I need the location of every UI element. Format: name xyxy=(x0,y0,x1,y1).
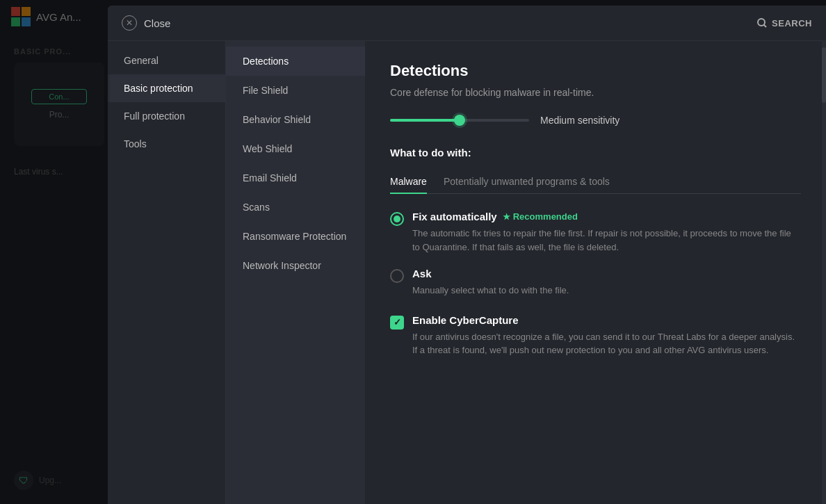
option-ask-title: Ask xyxy=(412,268,569,279)
sensitivity-label: Medium sensitivity xyxy=(540,115,620,126)
checkmark-icon: ✓ xyxy=(394,317,401,327)
option-ask: Ask Manually select what to do with the … xyxy=(390,268,801,298)
svg-line-5 xyxy=(764,25,767,28)
sidebar-item-basic-protection[interactable]: Basic protection xyxy=(108,74,225,102)
cybercapture-section: ✓ Enable CyberCapture If our antivirus d… xyxy=(390,314,801,357)
what-to-do-section: What to do with: xyxy=(390,147,801,158)
search-area[interactable]: SEARCH xyxy=(756,17,812,29)
scrollbar[interactable] xyxy=(822,41,826,504)
page-title: Detections xyxy=(390,62,801,80)
cybercapture-description: If our antivirus doesn't recognize a fil… xyxy=(412,330,801,357)
modal-header-left: ✕ Close xyxy=(122,15,170,31)
slider-thumb[interactable] xyxy=(454,115,465,126)
nav-middle-item-behavior-shield[interactable]: Behavior Shield xyxy=(226,105,365,134)
modal-header: ✕ Close SEARCH xyxy=(108,6,826,41)
tab-pup[interactable]: Potentially unwanted programs & tools xyxy=(444,170,610,194)
nav-middle-item-email-shield[interactable]: Email Shield xyxy=(226,163,365,193)
close-icon: ✕ xyxy=(126,18,133,28)
options-group: Fix automatically ★ Recommended The auto… xyxy=(390,211,801,298)
option-fix-description: The automatic fix tries to repair the fi… xyxy=(412,227,801,254)
option-fix-title: Fix automatically ★ Recommended xyxy=(412,211,801,222)
tabs-container: Malware Potentially unwanted programs & … xyxy=(390,170,801,194)
star-icon: ★ xyxy=(503,212,510,222)
sidebar-item-tools[interactable]: Tools xyxy=(108,130,225,158)
radio-ask[interactable] xyxy=(390,269,404,283)
radio-inner-selected xyxy=(394,216,400,222)
cybercapture-item: ✓ Enable CyberCapture If our antivirus d… xyxy=(390,314,801,357)
sidebar-item-general[interactable]: General xyxy=(108,47,225,74)
left-navigation: General Basic protection Full protection… xyxy=(108,41,226,504)
search-icon xyxy=(756,17,768,29)
sensitivity-slider-container: Medium sensitivity xyxy=(390,115,801,126)
option-ask-description: Manually select what to do with the file… xyxy=(412,284,569,298)
cybercapture-content: Enable CyberCapture If our antivirus doe… xyxy=(412,314,801,357)
close-button[interactable]: ✕ xyxy=(122,15,137,31)
slider-fill xyxy=(390,119,460,122)
option-fix-automatically: Fix automatically ★ Recommended The auto… xyxy=(390,211,801,254)
option-ask-content: Ask Manually select what to do with the … xyxy=(412,268,569,298)
nav-middle-item-file-shield[interactable]: File Shield xyxy=(226,76,365,105)
tab-malware[interactable]: Malware xyxy=(390,170,427,194)
sensitivity-slider[interactable] xyxy=(390,119,529,122)
middle-navigation: Detections File Shield Behavior Shield W… xyxy=(226,41,365,504)
main-content: Detections Core defense for blocking mal… xyxy=(365,41,826,504)
settings-modal: ✕ Close SEARCH General Basic protection … xyxy=(108,6,826,504)
cybercapture-checkbox[interactable]: ✓ xyxy=(390,316,404,330)
cybercapture-title: Enable CyberCapture xyxy=(412,314,801,326)
scroll-thumb[interactable] xyxy=(822,47,826,103)
radio-fix-automatically[interactable] xyxy=(390,212,404,226)
option-fix-content: Fix automatically ★ Recommended The auto… xyxy=(412,211,801,254)
modal-title: Close xyxy=(144,17,170,29)
nav-middle-item-web-shield[interactable]: Web Shield xyxy=(226,134,365,163)
content-subtitle: Core defense for blocking malware in rea… xyxy=(390,87,801,98)
sidebar-item-full-protection[interactable]: Full protection xyxy=(108,102,225,130)
recommended-badge: ★ Recommended xyxy=(503,211,578,222)
search-label: SEARCH xyxy=(772,18,812,29)
nav-middle-item-scans[interactable]: Scans xyxy=(226,193,365,222)
nav-middle-item-network-inspector[interactable]: Network Inspector xyxy=(226,251,365,280)
modal-body: General Basic protection Full protection… xyxy=(108,41,826,504)
nav-middle-item-detections[interactable]: Detections xyxy=(226,47,365,76)
nav-middle-item-ransomware-protection[interactable]: Ransomware Protection xyxy=(226,222,365,251)
